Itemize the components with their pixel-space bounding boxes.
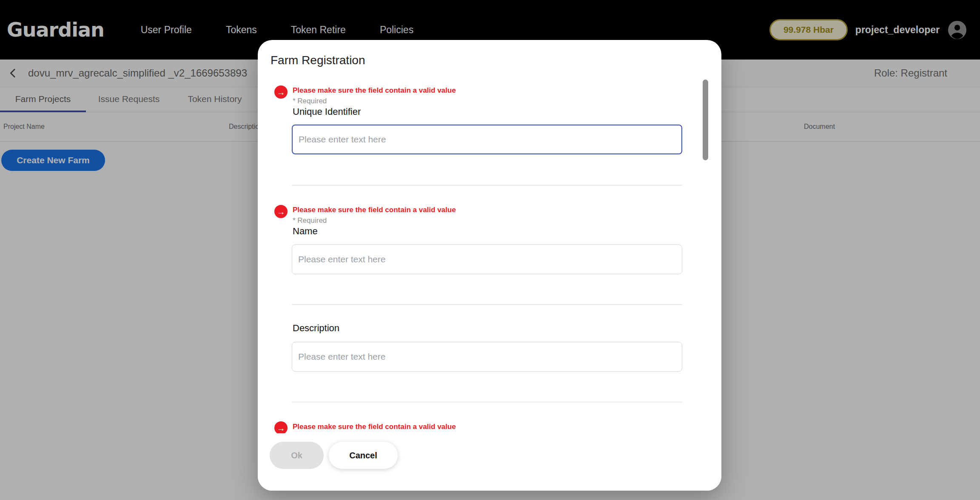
divider: [292, 402, 682, 402]
arrow-right-glyph: →: [277, 424, 285, 432]
field-label-description: Description: [293, 323, 339, 334]
arrow-right-glyph: →: [277, 207, 285, 216]
field-error-message: Please make sure the field contain a val…: [293, 86, 456, 95]
required-label: * Required: [293, 97, 327, 105]
field-label-unique-identifier: Unique Identifier: [293, 106, 361, 117]
field-error-message: Please make sure the field contain a val…: [293, 206, 456, 214]
error-arrow-icon: →: [274, 85, 288, 99]
dialog-title: Farm Registration: [271, 54, 365, 67]
name-input[interactable]: [292, 244, 682, 274]
error-arrow-icon: →: [274, 205, 288, 218]
dialog-footer: Ok Cancel: [258, 433, 721, 491]
ok-button[interactable]: Ok: [270, 442, 324, 469]
farm-registration-dialog: Farm Registration → Please make sure the…: [258, 40, 721, 491]
guardian-app: Guardian User Profile Tokens Token Retir…: [0, 0, 980, 500]
divider: [292, 304, 682, 305]
field-label-name: Name: [293, 226, 318, 237]
unique-identifier-input[interactable]: [292, 125, 682, 154]
dialog-scrollbar-thumb[interactable]: [703, 80, 708, 160]
field-error-message: Please make sure the field contain a val…: [293, 423, 456, 431]
divider: [292, 185, 682, 185]
description-input[interactable]: [292, 342, 682, 372]
arrow-right-glyph: →: [277, 88, 285, 97]
error-arrow-icon: →: [274, 421, 288, 435]
required-label: * Required: [293, 216, 327, 225]
cancel-button[interactable]: Cancel: [329, 442, 398, 469]
